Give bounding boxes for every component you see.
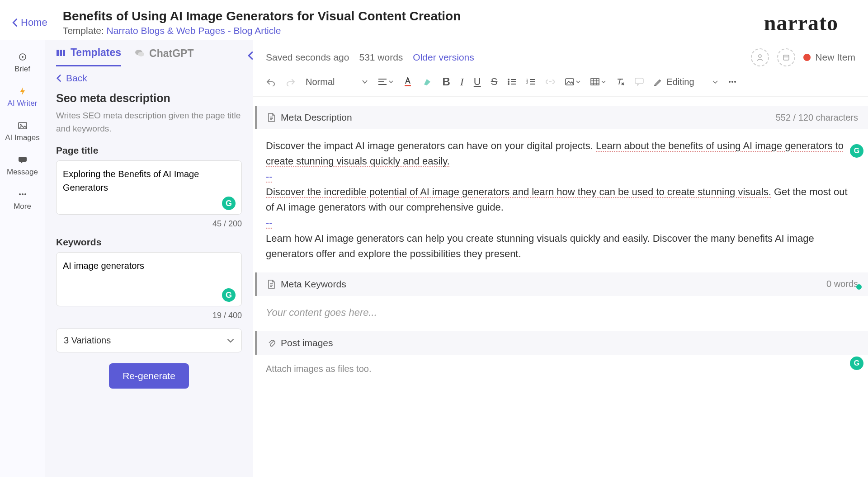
strikethrough-button[interactable]: S: [491, 76, 498, 88]
keywords-label: Keywords: [56, 237, 242, 248]
chat-icon: [135, 49, 145, 58]
status-dot-icon: [803, 54, 811, 61]
top-header: Home Benefits of Using AI Image Generato…: [0, 0, 868, 40]
grammarly-icon[interactable]: G: [850, 144, 863, 158]
svg-point-18: [508, 83, 509, 85]
word-count: 531 words: [359, 52, 403, 63]
meta-keywords-title: Meta Keywords: [281, 279, 346, 290]
nav-ai-images-label: AI Images: [5, 133, 40, 142]
undo-button[interactable]: [266, 77, 276, 86]
editor-toolbar: Normal B I U S 12 Editing: [253, 71, 868, 97]
editor-content[interactable]: Meta Description 552 / 120 characters Di…: [253, 97, 868, 374]
numbered-list-button[interactable]: 12: [526, 78, 535, 85]
svg-point-12: [138, 52, 144, 56]
svg-point-6: [22, 193, 24, 195]
saved-status: Saved seconds ago: [266, 52, 349, 63]
nav-brief-label: Brief: [14, 65, 30, 74]
italic-button[interactable]: I: [460, 76, 464, 88]
svg-rect-14: [783, 55, 789, 60]
tab-templates[interactable]: Templates: [56, 47, 121, 66]
editing-mode-label: Editing: [666, 77, 694, 87]
bold-button[interactable]: B: [442, 75, 450, 88]
comment-button[interactable]: [635, 78, 644, 86]
grammarly-icon[interactable]: G: [850, 357, 863, 370]
target-icon: [18, 52, 28, 62]
home-link[interactable]: Home: [12, 17, 47, 28]
post-images-header: Post images: [255, 331, 868, 355]
md-p2a: Discover the incredible potential of AI …: [266, 186, 771, 197]
clear-format-button[interactable]: [616, 78, 625, 86]
nav-brief[interactable]: Brief: [0, 46, 45, 80]
svg-point-5: [19, 193, 21, 195]
date-placeholder[interactable]: [777, 48, 795, 66]
nav-ai-writer[interactable]: AI Writer: [0, 80, 45, 114]
post-images-subtitle: Attach images as files too.: [253, 364, 868, 374]
attachment-icon: [267, 338, 275, 347]
svg-point-17: [508, 81, 509, 83]
svg-rect-4: [19, 157, 27, 162]
assignee-placeholder[interactable]: [751, 48, 769, 66]
grammarly-icon[interactable]: G: [222, 288, 236, 302]
meta-description-count: 552 / 120 characters: [776, 113, 858, 123]
svg-point-3: [20, 124, 21, 126]
grammarly-dot-icon: [856, 284, 862, 290]
svg-point-7: [24, 193, 26, 195]
tab-templates-label: Templates: [71, 47, 121, 59]
highlight-button[interactable]: [422, 77, 432, 86]
link-button[interactable]: [545, 79, 555, 84]
document-title: Benefits of Using AI Image Generators fo…: [63, 9, 764, 23]
chevron-down-icon: [227, 338, 234, 343]
svg-rect-9: [60, 50, 62, 56]
meta-description-title: Meta Description: [281, 112, 352, 123]
md-p3: Learn how AI image generators can help y…: [266, 233, 814, 259]
paragraph-style-select[interactable]: Normal: [306, 77, 368, 87]
svg-point-24: [729, 81, 731, 83]
tab-chatgpt-label: ChatGPT: [149, 47, 193, 60]
side-panel: Templates ChatGPT Back Seo meta descript…: [45, 40, 253, 477]
meta-description-header: Meta Description 552 / 120 characters: [255, 106, 868, 129]
grammarly-icon[interactable]: G: [222, 197, 236, 210]
panel-description: Writes SEO meta description given the pa…: [56, 109, 242, 135]
older-versions-link[interactable]: Older versions: [413, 52, 474, 63]
variations-label: 3 Variations: [64, 335, 111, 346]
editor-status-bar: Saved seconds ago 531 words Older versio…: [253, 40, 868, 71]
nav-more[interactable]: More: [0, 183, 45, 217]
paragraph-style-label: Normal: [306, 77, 335, 87]
keywords-input[interactable]: [56, 252, 242, 306]
meta-keywords-placeholder[interactable]: Your content goes here...: [253, 305, 868, 331]
page-title-count: 45 / 200: [56, 219, 242, 229]
templates-icon: [56, 48, 66, 57]
nav-message[interactable]: Message: [0, 149, 45, 183]
text-color-button[interactable]: [403, 77, 412, 87]
item-status[interactable]: New Item: [803, 52, 855, 63]
chevron-left-icon: [12, 18, 18, 27]
tab-chatgpt[interactable]: ChatGPT: [135, 47, 193, 66]
insert-image-button[interactable]: [565, 78, 580, 85]
status-label: New Item: [815, 52, 855, 63]
underline-button[interactable]: U: [474, 76, 481, 88]
editor-area: Saved seconds ago 531 words Older versio…: [253, 40, 868, 477]
panel-tabs: Templates ChatGPT: [45, 40, 253, 66]
more-toolbar-button[interactable]: [728, 80, 737, 83]
main-wrap: Brief AI Writer AI Images Message More T…: [0, 40, 868, 477]
collapse-panel-button[interactable]: [247, 51, 254, 60]
meta-description-body[interactable]: Discover the impact AI image generators …: [253, 138, 868, 272]
insert-table-button[interactable]: [590, 78, 606, 85]
back-link[interactable]: Back: [56, 73, 242, 84]
bullet-list-button[interactable]: [507, 78, 516, 85]
document-icon: [267, 113, 275, 122]
post-images-title: Post images: [281, 338, 333, 348]
panel-body: Back Seo meta description Writes SEO met…: [45, 66, 253, 395]
left-nav: Brief AI Writer AI Images Message More: [0, 40, 45, 477]
nav-message-label: Message: [7, 168, 38, 177]
align-button[interactable]: [378, 78, 393, 85]
variations-select[interactable]: 3 Variations: [56, 328, 242, 352]
template-link[interactable]: Narrato Blogs & Web Pages - Blog Article: [107, 25, 281, 36]
redo-button[interactable]: [286, 77, 296, 86]
regenerate-button[interactable]: Re-generate: [109, 363, 189, 389]
nav-ai-images[interactable]: AI Images: [0, 114, 45, 149]
page-title-input[interactable]: [56, 160, 242, 215]
svg-point-1: [22, 56, 24, 58]
editing-mode-select[interactable]: Editing: [654, 77, 717, 87]
svg-rect-15: [405, 85, 411, 86]
